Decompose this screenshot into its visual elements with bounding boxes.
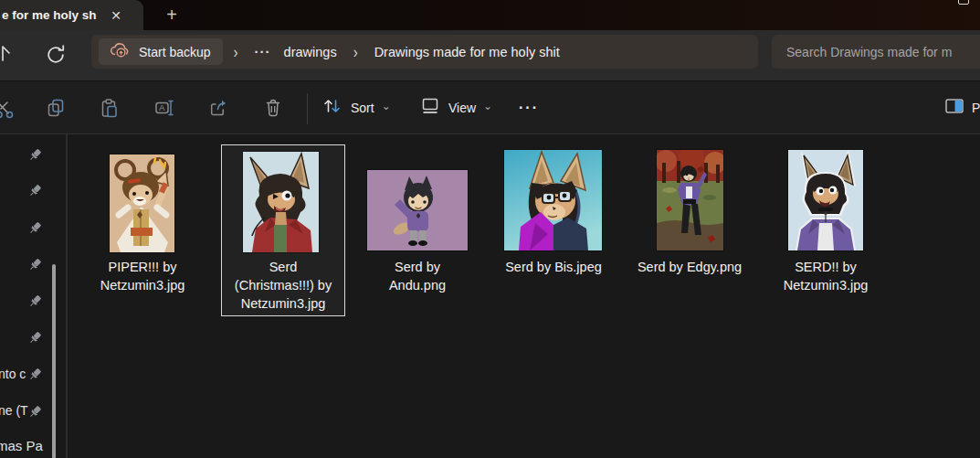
pin-icon xyxy=(27,330,43,346)
body-area: nto c ne (T mas Pa xyxy=(0,133,980,458)
pin-icon xyxy=(27,367,43,382)
sidebar-scrollbar[interactable] xyxy=(52,264,56,458)
onedrive-cloud-backup-icon xyxy=(109,42,131,62)
file-explorer-window: e for me holy sh ✕ + xyxy=(0,0,980,458)
thumbnail-serd-christmas xyxy=(243,152,319,252)
pin-icon xyxy=(27,293,43,309)
search-input[interactable] xyxy=(772,45,980,59)
command-toolbar: A Sort xyxy=(0,80,980,133)
chevron-down-icon: ⌄ xyxy=(483,100,492,112)
preview-pane-icon xyxy=(943,95,965,121)
sidebar-item-label-truncated[interactable]: ne (T xyxy=(0,403,28,418)
svg-text:A: A xyxy=(159,103,164,112)
file-name: Serd (Christmas!!!) by Netzumin3.jpg xyxy=(219,258,347,313)
rename-icon[interactable]: A xyxy=(153,97,175,119)
view-icon xyxy=(419,95,441,121)
tab-strip: e for me holy sh ✕ + xyxy=(0,0,980,30)
start-backup-label: Start backup xyxy=(139,45,211,59)
delete-icon[interactable] xyxy=(262,97,284,119)
sidebar-item-pinned-3[interactable] xyxy=(27,217,43,239)
sidebar-item-pinned-7[interactable] xyxy=(27,363,43,385)
file-name: SERD!! by Netzumin3.jpg xyxy=(762,258,890,294)
view-label: View xyxy=(448,101,476,115)
share-icon[interactable] xyxy=(207,97,229,119)
view-button[interactable]: View ⌄ xyxy=(419,81,492,134)
preview-toggle-button[interactable]: P xyxy=(943,81,980,134)
thumbnail-serd-andu xyxy=(367,170,468,250)
pin-icon xyxy=(27,404,43,420)
toolbar-divider xyxy=(307,93,308,124)
tab-title: e for me holy sh xyxy=(0,8,102,22)
copy-icon[interactable] xyxy=(45,97,67,119)
tab-drawings-folder[interactable]: e for me holy sh ✕ xyxy=(0,0,143,30)
tab-close-icon[interactable]: ✕ xyxy=(102,5,130,27)
sidebar-item-label-truncated[interactable]: nto c xyxy=(0,367,26,381)
chevron-right-icon: › xyxy=(225,42,248,61)
file-name: Serd by Edgy.png xyxy=(626,258,753,276)
file-name: Serd by Andu.png xyxy=(353,258,481,294)
pin-icon xyxy=(27,183,43,198)
pin-icon xyxy=(27,257,43,272)
sidebar-item-pinned-5[interactable] xyxy=(27,290,43,312)
sort-arrows-icon xyxy=(321,95,343,121)
sidebar-item-pinned-1[interactable] xyxy=(27,144,43,165)
breadcrumb: Start backup › ··· drawings › Drawings m… xyxy=(91,35,758,69)
file-name: Serd by Bis.jpeg xyxy=(490,258,617,276)
start-backup-button[interactable]: Start backup xyxy=(99,38,223,65)
chevron-right-icon: › xyxy=(344,42,367,61)
sidebar-item-pinned-6[interactable] xyxy=(27,326,43,348)
thumbnail-piper xyxy=(110,154,174,252)
thumbnail-serd-bis xyxy=(504,150,602,250)
breadcrumb-item-current-folder[interactable]: Drawings made for me holy shit xyxy=(369,45,565,59)
up-arrow-icon[interactable] xyxy=(0,40,14,69)
pin-icon xyxy=(27,147,43,163)
navigation-bar: Start backup › ··· drawings › Drawings m… xyxy=(0,30,980,80)
file-name: PIPER!!! by Netzumin3.jpg xyxy=(79,258,206,294)
sidebar-item-pinned-4[interactable] xyxy=(27,253,43,275)
preview-label: P xyxy=(972,101,980,115)
thumbnail-serd-netzumin xyxy=(788,150,863,250)
new-tab-button[interactable]: + xyxy=(159,3,184,27)
sort-button[interactable]: Sort ⌄ xyxy=(321,81,391,134)
sidebar-item-pinned-2[interactable] xyxy=(27,179,43,201)
navigation-sidebar: nto c ne (T mas Pa xyxy=(0,134,66,458)
search-box[interactable] xyxy=(772,35,980,69)
sidebar-item-label-truncated[interactable]: mas Pa xyxy=(0,438,43,453)
see-more-button[interactable]: ··· xyxy=(519,81,539,134)
thumbnail-serd-edgy xyxy=(657,150,723,250)
cut-icon[interactable] xyxy=(0,97,15,119)
chevron-down-icon: ⌄ xyxy=(382,100,391,112)
window-restore-icon[interactable] xyxy=(958,0,969,5)
sidebar-item-pinned-8[interactable] xyxy=(27,400,43,422)
file-grid: PIPER!!! by Netzumin3.jpg xyxy=(68,134,980,458)
sort-label: Sort xyxy=(351,101,374,115)
breadcrumb-item-drawings[interactable]: drawings xyxy=(279,45,342,59)
breadcrumb-overflow-button[interactable]: ··· xyxy=(249,44,277,59)
paste-icon[interactable] xyxy=(99,97,121,119)
refresh-icon[interactable] xyxy=(44,43,68,70)
pin-icon xyxy=(27,220,43,236)
